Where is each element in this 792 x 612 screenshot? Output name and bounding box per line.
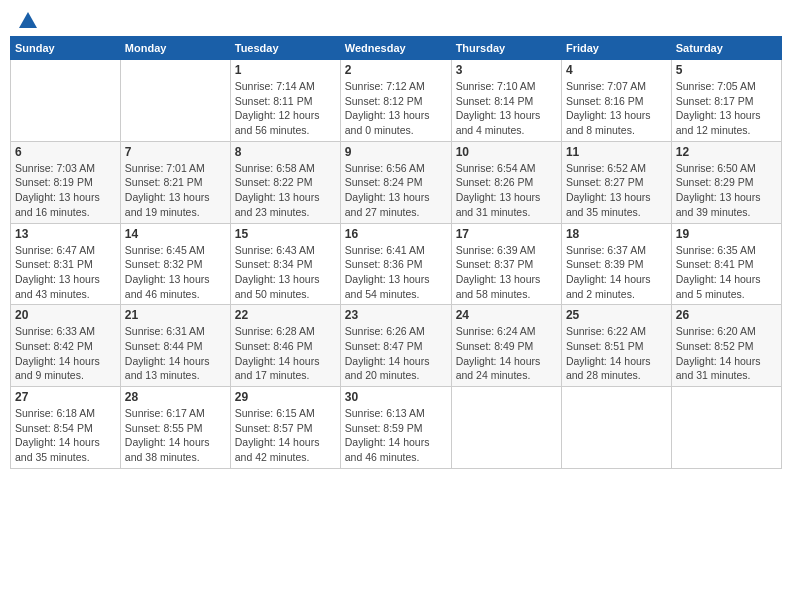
day-number: 12 <box>676 145 777 159</box>
header-friday: Friday <box>561 37 671 60</box>
calendar-cell: 13Sunrise: 6:47 AM Sunset: 8:31 PM Dayli… <box>11 223 121 305</box>
day-number: 7 <box>125 145 226 159</box>
calendar-cell: 14Sunrise: 6:45 AM Sunset: 8:32 PM Dayli… <box>120 223 230 305</box>
day-number: 25 <box>566 308 667 322</box>
day-number: 22 <box>235 308 336 322</box>
logo <box>15 10 39 28</box>
day-info: Sunrise: 7:07 AM Sunset: 8:16 PM Dayligh… <box>566 79 667 138</box>
day-info: Sunrise: 6:35 AM Sunset: 8:41 PM Dayligh… <box>676 243 777 302</box>
calendar-cell <box>120 60 230 142</box>
day-info: Sunrise: 6:17 AM Sunset: 8:55 PM Dayligh… <box>125 406 226 465</box>
day-info: Sunrise: 6:39 AM Sunset: 8:37 PM Dayligh… <box>456 243 557 302</box>
day-number: 27 <box>15 390 116 404</box>
day-number: 29 <box>235 390 336 404</box>
calendar-cell: 15Sunrise: 6:43 AM Sunset: 8:34 PM Dayli… <box>230 223 340 305</box>
calendar-cell: 9Sunrise: 6:56 AM Sunset: 8:24 PM Daylig… <box>340 141 451 223</box>
calendar-week-3: 13Sunrise: 6:47 AM Sunset: 8:31 PM Dayli… <box>11 223 782 305</box>
day-info: Sunrise: 6:47 AM Sunset: 8:31 PM Dayligh… <box>15 243 116 302</box>
day-number: 23 <box>345 308 447 322</box>
header-wednesday: Wednesday <box>340 37 451 60</box>
calendar-cell: 20Sunrise: 6:33 AM Sunset: 8:42 PM Dayli… <box>11 305 121 387</box>
day-number: 5 <box>676 63 777 77</box>
calendar-cell: 2Sunrise: 7:12 AM Sunset: 8:12 PM Daylig… <box>340 60 451 142</box>
calendar-cell: 17Sunrise: 6:39 AM Sunset: 8:37 PM Dayli… <box>451 223 561 305</box>
calendar-cell: 19Sunrise: 6:35 AM Sunset: 8:41 PM Dayli… <box>671 223 781 305</box>
day-number: 14 <box>125 227 226 241</box>
day-number: 20 <box>15 308 116 322</box>
day-info: Sunrise: 6:31 AM Sunset: 8:44 PM Dayligh… <box>125 324 226 383</box>
day-info: Sunrise: 7:10 AM Sunset: 8:14 PM Dayligh… <box>456 79 557 138</box>
day-info: Sunrise: 6:13 AM Sunset: 8:59 PM Dayligh… <box>345 406 447 465</box>
header-tuesday: Tuesday <box>230 37 340 60</box>
day-number: 10 <box>456 145 557 159</box>
day-info: Sunrise: 6:28 AM Sunset: 8:46 PM Dayligh… <box>235 324 336 383</box>
calendar-cell <box>451 387 561 469</box>
day-number: 13 <box>15 227 116 241</box>
calendar-cell: 3Sunrise: 7:10 AM Sunset: 8:14 PM Daylig… <box>451 60 561 142</box>
day-number: 28 <box>125 390 226 404</box>
calendar-cell: 23Sunrise: 6:26 AM Sunset: 8:47 PM Dayli… <box>340 305 451 387</box>
day-number: 26 <box>676 308 777 322</box>
calendar-week-1: 1Sunrise: 7:14 AM Sunset: 8:11 PM Daylig… <box>11 60 782 142</box>
calendar-cell <box>11 60 121 142</box>
calendar-cell: 22Sunrise: 6:28 AM Sunset: 8:46 PM Dayli… <box>230 305 340 387</box>
calendar-cell: 26Sunrise: 6:20 AM Sunset: 8:52 PM Dayli… <box>671 305 781 387</box>
calendar-cell: 11Sunrise: 6:52 AM Sunset: 8:27 PM Dayli… <box>561 141 671 223</box>
calendar-cell: 8Sunrise: 6:58 AM Sunset: 8:22 PM Daylig… <box>230 141 340 223</box>
calendar-week-5: 27Sunrise: 6:18 AM Sunset: 8:54 PM Dayli… <box>11 387 782 469</box>
day-info: Sunrise: 6:54 AM Sunset: 8:26 PM Dayligh… <box>456 161 557 220</box>
calendar-cell: 4Sunrise: 7:07 AM Sunset: 8:16 PM Daylig… <box>561 60 671 142</box>
calendar-cell <box>671 387 781 469</box>
calendar-cell: 18Sunrise: 6:37 AM Sunset: 8:39 PM Dayli… <box>561 223 671 305</box>
day-info: Sunrise: 7:12 AM Sunset: 8:12 PM Dayligh… <box>345 79 447 138</box>
day-info: Sunrise: 7:03 AM Sunset: 8:19 PM Dayligh… <box>15 161 116 220</box>
calendar-cell: 5Sunrise: 7:05 AM Sunset: 8:17 PM Daylig… <box>671 60 781 142</box>
day-number: 30 <box>345 390 447 404</box>
day-info: Sunrise: 6:26 AM Sunset: 8:47 PM Dayligh… <box>345 324 447 383</box>
day-number: 9 <box>345 145 447 159</box>
day-number: 21 <box>125 308 226 322</box>
page-header <box>10 10 782 28</box>
day-number: 15 <box>235 227 336 241</box>
calendar-cell: 27Sunrise: 6:18 AM Sunset: 8:54 PM Dayli… <box>11 387 121 469</box>
day-number: 24 <box>456 308 557 322</box>
day-number: 18 <box>566 227 667 241</box>
day-info: Sunrise: 6:37 AM Sunset: 8:39 PM Dayligh… <box>566 243 667 302</box>
day-info: Sunrise: 6:20 AM Sunset: 8:52 PM Dayligh… <box>676 324 777 383</box>
day-number: 8 <box>235 145 336 159</box>
calendar-cell <box>561 387 671 469</box>
day-info: Sunrise: 6:45 AM Sunset: 8:32 PM Dayligh… <box>125 243 226 302</box>
day-number: 19 <box>676 227 777 241</box>
calendar-cell: 6Sunrise: 7:03 AM Sunset: 8:19 PM Daylig… <box>11 141 121 223</box>
day-number: 4 <box>566 63 667 77</box>
day-info: Sunrise: 7:14 AM Sunset: 8:11 PM Dayligh… <box>235 79 336 138</box>
header-saturday: Saturday <box>671 37 781 60</box>
calendar-table: SundayMondayTuesdayWednesdayThursdayFrid… <box>10 36 782 469</box>
day-number: 16 <box>345 227 447 241</box>
calendar-week-4: 20Sunrise: 6:33 AM Sunset: 8:42 PM Dayli… <box>11 305 782 387</box>
day-number: 1 <box>235 63 336 77</box>
day-info: Sunrise: 6:18 AM Sunset: 8:54 PM Dayligh… <box>15 406 116 465</box>
header-monday: Monday <box>120 37 230 60</box>
logo-icon <box>17 10 39 32</box>
header-thursday: Thursday <box>451 37 561 60</box>
calendar-cell: 25Sunrise: 6:22 AM Sunset: 8:51 PM Dayli… <box>561 305 671 387</box>
day-number: 2 <box>345 63 447 77</box>
day-info: Sunrise: 7:05 AM Sunset: 8:17 PM Dayligh… <box>676 79 777 138</box>
svg-marker-0 <box>19 12 37 28</box>
day-number: 17 <box>456 227 557 241</box>
calendar-cell: 7Sunrise: 7:01 AM Sunset: 8:21 PM Daylig… <box>120 141 230 223</box>
day-info: Sunrise: 7:01 AM Sunset: 8:21 PM Dayligh… <box>125 161 226 220</box>
calendar-cell: 12Sunrise: 6:50 AM Sunset: 8:29 PM Dayli… <box>671 141 781 223</box>
day-info: Sunrise: 6:58 AM Sunset: 8:22 PM Dayligh… <box>235 161 336 220</box>
calendar-header-row: SundayMondayTuesdayWednesdayThursdayFrid… <box>11 37 782 60</box>
day-info: Sunrise: 6:15 AM Sunset: 8:57 PM Dayligh… <box>235 406 336 465</box>
day-info: Sunrise: 6:22 AM Sunset: 8:51 PM Dayligh… <box>566 324 667 383</box>
calendar-cell: 29Sunrise: 6:15 AM Sunset: 8:57 PM Dayli… <box>230 387 340 469</box>
header-sunday: Sunday <box>11 37 121 60</box>
day-info: Sunrise: 6:52 AM Sunset: 8:27 PM Dayligh… <box>566 161 667 220</box>
day-info: Sunrise: 6:56 AM Sunset: 8:24 PM Dayligh… <box>345 161 447 220</box>
calendar-cell: 28Sunrise: 6:17 AM Sunset: 8:55 PM Dayli… <box>120 387 230 469</box>
day-info: Sunrise: 6:50 AM Sunset: 8:29 PM Dayligh… <box>676 161 777 220</box>
day-info: Sunrise: 6:41 AM Sunset: 8:36 PM Dayligh… <box>345 243 447 302</box>
